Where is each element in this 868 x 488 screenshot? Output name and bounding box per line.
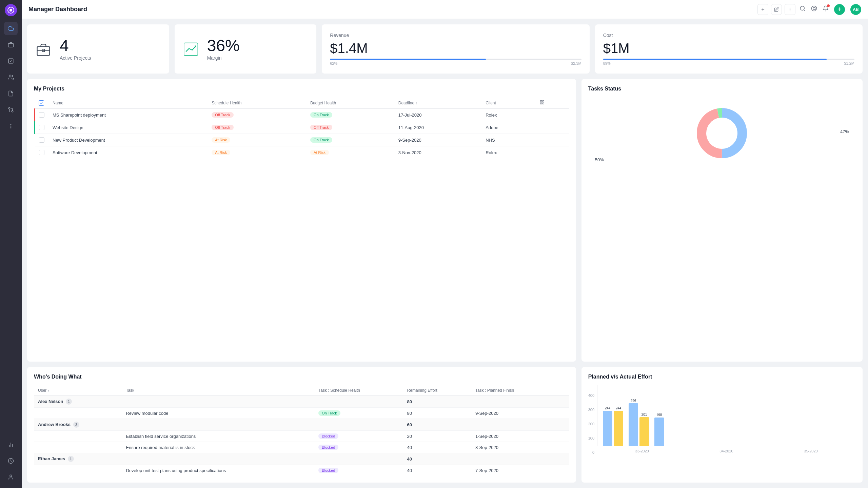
revenue-progress: 62% $2.3M (330, 59, 581, 65)
mention-icon[interactable] (811, 5, 817, 13)
user-name: Ethan James 1 (34, 453, 122, 465)
user-remaining: 40 (403, 453, 472, 465)
x-label: 34-2020 (687, 449, 766, 453)
bar-group: 244 244 (603, 406, 623, 446)
revenue-value: $1.4M (330, 41, 368, 56)
actual-bar-wrapper: 244 (614, 406, 623, 446)
search-icon[interactable] (800, 5, 806, 13)
projects-count: 4 (60, 38, 91, 54)
svg-point-6 (8, 107, 10, 109)
user-row: Alex Nelson 1 80 (34, 396, 569, 408)
row-client: Adobe (481, 121, 536, 134)
margin-card: 36% Margin (175, 24, 317, 74)
actual-bar (639, 417, 649, 446)
revenue-pct: 62% (330, 61, 337, 65)
add-tab-button[interactable] (757, 4, 768, 15)
whos-doing-panel: Who's Doing What User ↑ Task Task : Sche… (27, 367, 576, 483)
row-checkbox[interactable] (39, 112, 44, 118)
select-all-checkbox[interactable] (39, 100, 44, 106)
cost-total: $1.2M (844, 61, 854, 65)
donut-label-50: 50% (595, 157, 604, 162)
trend-icon (183, 41, 199, 57)
app-logo[interactable] (5, 4, 17, 16)
wdo-col-user[interactable]: User ↑ (34, 385, 122, 396)
edit-button[interactable] (771, 4, 782, 15)
cost-value: $1M (603, 41, 630, 56)
svg-rect-24 (37, 46, 50, 55)
user-avatar[interactable]: AB (850, 4, 861, 15)
task-health: Blocked (314, 465, 403, 476)
notification-icon[interactable] (823, 5, 829, 13)
svg-rect-2 (8, 43, 14, 47)
actual-label: 244 (616, 406, 622, 410)
row-indicator-cell (35, 146, 49, 159)
sidebar (0, 0, 22, 488)
wdo-col-task: Task (122, 385, 314, 396)
task-row: Establish field service organizations Bl… (34, 431, 569, 442)
more-options-button[interactable] (785, 4, 795, 15)
sidebar-item-git[interactable] (4, 103, 18, 117)
sidebar-item-person[interactable] (4, 470, 18, 484)
planned-bar-wrapper: 244 (603, 406, 612, 446)
row-deadline: 11-Aug-2020 (394, 121, 481, 134)
projects-panel: My Projects Name Schedule Health Budget … (27, 79, 576, 362)
sidebar-item-clock[interactable] (4, 454, 18, 468)
cost-card: Cost $1M 89% $1.2M (595, 24, 863, 74)
sidebar-item-cloud[interactable] (4, 22, 18, 35)
sidebar-item-team[interactable] (4, 70, 18, 84)
row-client: Rolex (481, 109, 536, 121)
user-name: Alex Nelson 1 (34, 396, 122, 408)
row-indicator-cell (35, 134, 49, 146)
row-checkbox[interactable] (39, 150, 44, 155)
tasks-panel-title: Tasks Status (588, 86, 856, 92)
svg-point-8 (11, 124, 11, 125)
col-deadline[interactable]: Deadline ↑ (394, 97, 481, 109)
x-label: 33-2020 (603, 449, 682, 453)
row-schedule: Off Track (208, 109, 306, 121)
sidebar-item-document[interactable] (4, 87, 18, 100)
task-name: Establish field service organizations (122, 431, 314, 442)
effort-title: Planned v/s Actual Effort (588, 374, 856, 380)
row-deadline: 17-Jul-2020 (394, 109, 481, 121)
x-label: 35-2020 (771, 449, 850, 453)
task-remaining: 20 (403, 431, 472, 442)
svg-rect-31 (540, 103, 542, 104)
content-area: 4 Active Projects 36% Margin (22, 19, 868, 488)
planned-bar (654, 418, 664, 446)
row-name: MS Sharepoint deployment (48, 109, 208, 121)
global-add-button[interactable]: + (834, 4, 845, 15)
task-name: Ensure required material is in stock (122, 442, 314, 453)
svg-rect-29 (542, 101, 544, 102)
row-schedule: At Risk (208, 146, 306, 159)
col-expand[interactable] (536, 97, 569, 109)
user-name: Andrew Brooks 2 (34, 419, 122, 431)
row-indicator-cell (35, 121, 49, 134)
task-remaining: 40 (403, 442, 472, 453)
page-title: Manager Dashboard (28, 6, 753, 13)
row-checkbox[interactable] (39, 137, 44, 143)
row-budget: On Track (306, 134, 394, 146)
row-checkbox[interactable] (39, 125, 44, 130)
sidebar-item-chart[interactable] (4, 438, 18, 451)
task-row: Review modular code On Track 80 9-Sep-20… (34, 408, 569, 419)
cost-progress: 89% $1.2M (603, 59, 854, 65)
bar-chart-area: 244 244 296 201 198 33-202034-202035 (597, 385, 856, 454)
row-name: Website Design (48, 121, 208, 134)
sidebar-item-more[interactable] (4, 119, 18, 133)
header-actions (757, 4, 795, 15)
sidebar-item-tasks[interactable] (4, 54, 18, 68)
bar-group: 198 (654, 413, 664, 446)
sidebar-item-briefcase[interactable] (4, 38, 18, 52)
wdo-col-extra (555, 385, 569, 396)
table-row: MS Sharepoint deployment Off Track On Tr… (35, 109, 569, 121)
donut-chart (691, 103, 752, 164)
user-remaining: 60 (403, 419, 472, 431)
cost-title: Cost (603, 33, 613, 38)
whos-doing-table: User ↑ Task Task : Schedule Health Remai… (34, 385, 569, 476)
actual-bar (614, 411, 623, 446)
projects-panel-title: My Projects (34, 86, 569, 92)
planned-label: 296 (631, 399, 636, 403)
svg-point-5 (12, 110, 13, 112)
row-actions (536, 134, 569, 146)
task-row: Ensure required material is in stock Blo… (34, 442, 569, 453)
